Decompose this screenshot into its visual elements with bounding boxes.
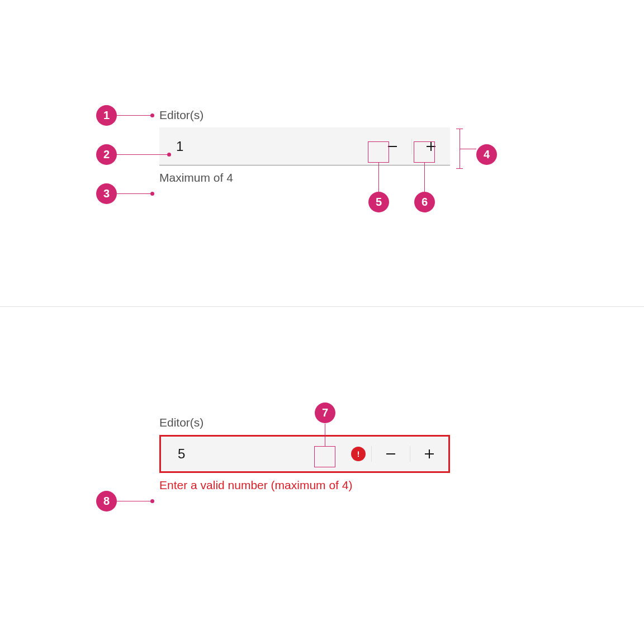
svg-rect-0 xyxy=(388,146,397,147)
section-divider xyxy=(0,306,644,307)
annotation-dot xyxy=(150,499,154,503)
annotation-badge-1: 1 xyxy=(96,105,117,126)
annotation-badge-8: 8 xyxy=(96,491,117,512)
number-input-value[interactable]: 1 xyxy=(176,139,373,154)
annotation-wire xyxy=(424,163,425,192)
annotation-badge-5: 5 xyxy=(368,192,389,212)
svg-rect-5 xyxy=(386,453,395,454)
annotation-highlight xyxy=(368,141,389,163)
number-input-label: Editor(s) xyxy=(159,108,450,122)
number-input-field: 1 xyxy=(159,127,450,165)
minus-icon xyxy=(388,146,397,147)
annotation-wire xyxy=(325,424,325,446)
annotation-dot xyxy=(167,153,171,157)
number-input-field: 5 xyxy=(159,435,450,473)
number-input-error: Editor(s) 5 Enter a valid number (maximu… xyxy=(159,416,450,492)
number-input-default: Editor(s) 1 Maximum of 4 xyxy=(159,108,450,184)
annotation-highlight xyxy=(314,446,335,467)
annotation-badge-3: 3 xyxy=(96,183,117,204)
plus-icon xyxy=(425,449,434,458)
annotation-wire xyxy=(117,193,150,194)
number-input-helper: Maximum of 4 xyxy=(159,171,450,184)
annotation-dot xyxy=(150,113,154,117)
annotation-badge-7: 7 xyxy=(315,402,335,423)
number-input-label: Editor(s) xyxy=(159,416,450,429)
annotation-dot xyxy=(150,192,154,196)
minus-icon xyxy=(386,453,395,454)
decrement-button[interactable] xyxy=(372,437,410,471)
warning-filled-icon xyxy=(351,447,366,461)
annotation-wire xyxy=(117,501,150,501)
number-input-error-message: Enter a valid number (maximum of 4) xyxy=(159,479,450,492)
annotation-badge-6: 6 xyxy=(414,192,435,212)
annotation-tick xyxy=(456,129,463,129)
annotation-tick xyxy=(456,168,463,169)
annotation-wire xyxy=(460,149,476,149)
annotation-wire xyxy=(378,163,379,192)
annotation-badge-2: 2 xyxy=(96,144,117,165)
svg-rect-3 xyxy=(358,452,359,455)
annotation-badge-4: 4 xyxy=(476,144,497,165)
annotation-wire xyxy=(117,115,150,116)
annotation-highlight xyxy=(414,141,435,163)
increment-button[interactable] xyxy=(410,437,448,471)
svg-rect-4 xyxy=(358,456,359,457)
annotation-wire xyxy=(117,154,167,155)
svg-rect-7 xyxy=(425,453,434,454)
error-icon-wrap xyxy=(345,447,371,461)
